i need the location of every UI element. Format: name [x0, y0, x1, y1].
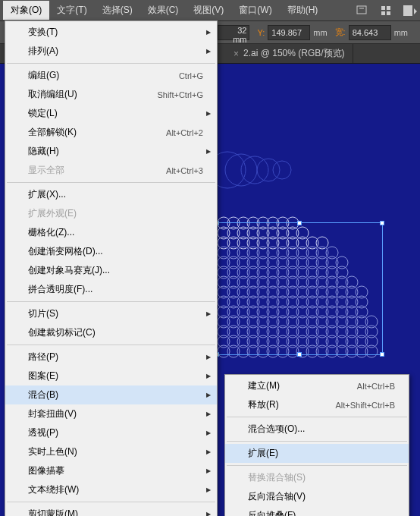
selection-box[interactable] [216, 222, 383, 355]
mag-icon[interactable] [355, 5, 368, 17]
mi-expand-appearance: 扩展外观(E) [5, 204, 217, 223]
mi-envelope[interactable]: 封套扭曲(V) [5, 404, 217, 423]
w-label: 宽: [335, 27, 346, 38]
menu-help[interactable]: 帮助(H) [280, 1, 326, 20]
mi-object-mosaic[interactable]: 创建对象马赛克(J)... [5, 261, 217, 280]
blend-submenu: 建立(M)Alt+Ctrl+B 释放(R)Alt+Shift+Ctrl+B 混合… [224, 374, 409, 516]
mi-gradient-mesh[interactable]: 创建渐变网格(D)... [5, 242, 217, 261]
doc-tab-title: 2.ai @ 150% (RGB/预览) [243, 47, 345, 60]
svg-rect-4 [381, 11, 385, 15]
menubar: 对象(O) 文字(T) 选择(S) 效果(C) 视图(V) 窗口(W) 帮助(H… [0, 0, 420, 21]
smi-replace-spine: 替换混合轴(S) [225, 468, 409, 487]
mi-ungroup[interactable]: 取消编组(U)Shift+Ctrl+G [5, 85, 217, 104]
doc-tab[interactable]: × 2.ai @ 150% (RGB/预览) [226, 44, 353, 63]
layout-icon[interactable] [403, 5, 417, 17]
w-field[interactable] [349, 25, 391, 40]
mi-pattern[interactable]: 图案(E) [5, 367, 217, 385]
separator [7, 63, 215, 64]
separator [227, 417, 407, 417]
grid-icon[interactable] [379, 5, 393, 17]
svg-point-9 [241, 156, 268, 184]
mi-arrange[interactable]: 排列(A) [5, 42, 217, 61]
mi-path[interactable]: 路径(P) [5, 348, 217, 367]
handle-s[interactable] [297, 352, 302, 357]
mi-unlock-all[interactable]: 全部解锁(K)Alt+Ctrl+2 [5, 123, 217, 142]
close-icon[interactable]: × [234, 49, 239, 59]
menu-window[interactable]: 窗口(W) [231, 1, 279, 20]
mi-show-all: 显示全部Alt+Ctrl+3 [5, 161, 217, 180]
smi-options[interactable]: 混合选项(O)... [225, 420, 409, 439]
separator [227, 441, 407, 442]
svg-rect-3 [387, 6, 390, 10]
svg-rect-0 [357, 6, 366, 14]
smi-reverse-spine[interactable]: 反向混合轴(V) [225, 487, 409, 506]
separator [7, 345, 215, 345]
handle-n[interactable] [297, 221, 302, 225]
mi-crop-marks[interactable]: 创建裁切标记(C) [5, 323, 217, 342]
y-label: Y: [257, 28, 265, 37]
smi-release[interactable]: 释放(R)Alt+Shift+Ctrl+B [225, 395, 409, 414]
svg-rect-5 [387, 11, 390, 15]
handle-ne[interactable] [380, 221, 384, 225]
separator [7, 182, 215, 183]
mi-hide[interactable]: 隐藏(H) [5, 142, 217, 161]
menu-effect[interactable]: 效果(C) [140, 1, 186, 20]
y-field[interactable] [268, 25, 310, 40]
menu-select[interactable]: 选择(S) [95, 1, 140, 20]
separator [7, 301, 215, 302]
menu-view[interactable]: 视图(V) [186, 1, 231, 20]
smi-make[interactable]: 建立(M)Alt+Ctrl+B [225, 376, 409, 395]
mi-expand[interactable]: 扩展(X)... [5, 185, 217, 204]
mi-blend[interactable]: 混合(B) [5, 385, 217, 404]
mi-group[interactable]: 编组(G)Ctrl+G [5, 66, 217, 85]
mi-transform[interactable]: 变换(T) [5, 23, 217, 42]
w-unit: mm [394, 28, 408, 37]
mi-lock[interactable]: 锁定(L) [5, 104, 217, 123]
mi-clipping-mask[interactable]: 剪切蒙版(M) [5, 505, 217, 516]
object-menu-dropdown: 变换(T) 排列(A) 编组(G)Ctrl+G 取消编组(U)Shift+Ctr… [5, 20, 218, 516]
mi-rasterize[interactable]: 栅格化(Z)... [5, 223, 217, 242]
separator [7, 502, 215, 502]
handle-se[interactable] [380, 352, 384, 357]
svg-rect-6 [403, 5, 412, 16]
svg-rect-2 [381, 6, 385, 10]
menu-object[interactable]: 对象(O) [3, 1, 49, 20]
svg-point-11 [273, 161, 291, 179]
separator [227, 465, 407, 466]
mi-text-wrap[interactable]: 文本绕排(W) [5, 480, 217, 499]
mi-flatten[interactable]: 拼合透明度(F)... [5, 280, 217, 299]
y-unit: mm [313, 28, 327, 37]
smi-reverse-stack[interactable]: 反向堆叠(F) [225, 506, 409, 516]
mi-perspective[interactable]: 透视(P) [5, 423, 217, 442]
mi-slice[interactable]: 切片(S) [5, 304, 217, 323]
smi-expand[interactable]: 扩展(E) [225, 444, 409, 463]
menu-type[interactable]: 文字(T) [49, 1, 94, 20]
mi-live-paint[interactable]: 实时上色(N) [5, 442, 217, 461]
x-partial: 32 mm [218, 25, 249, 40]
mi-image-trace[interactable]: 图像描摹 [5, 461, 217, 480]
